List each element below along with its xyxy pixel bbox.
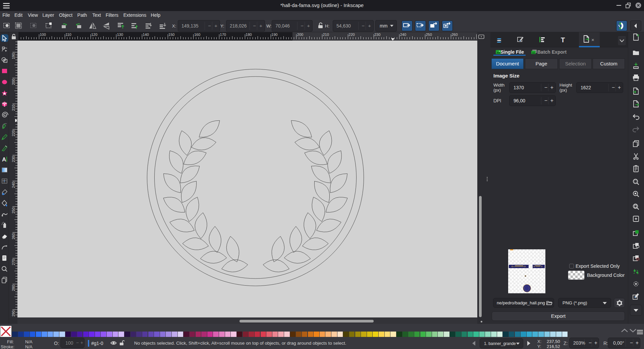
svg-text:A: A (2, 156, 6, 163)
